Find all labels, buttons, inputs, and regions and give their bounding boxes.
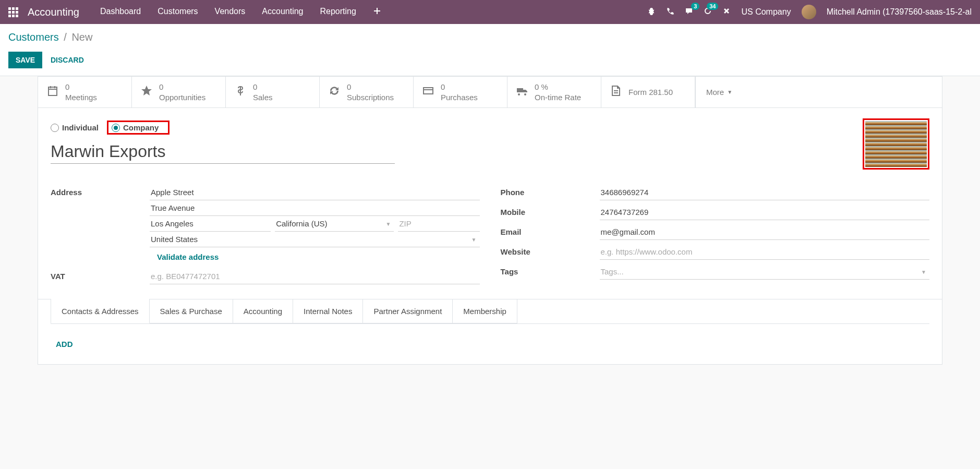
tab-accounting[interactable]: Accounting bbox=[233, 299, 293, 323]
breadcrumb-root[interactable]: Customers bbox=[8, 31, 59, 43]
user-menu[interactable]: Mitchell Admin (17397560-saas-15-2-al bbox=[827, 7, 972, 17]
tab-internal-notes[interactable]: Internal Notes bbox=[293, 299, 363, 323]
phone-input[interactable] bbox=[600, 185, 930, 200]
bug-icon[interactable] bbox=[647, 7, 656, 17]
breadcrumb-separator: / bbox=[64, 31, 67, 43]
name-input[interactable] bbox=[51, 140, 395, 164]
breadcrumb-current: New bbox=[71, 31, 92, 43]
nav-accounting[interactable]: Accounting bbox=[262, 7, 303, 17]
email-label: Email bbox=[501, 224, 600, 236]
refresh-icon bbox=[328, 85, 341, 100]
vat-label: VAT bbox=[51, 269, 150, 281]
company-selector[interactable]: US Company bbox=[741, 7, 791, 17]
city-input[interactable] bbox=[150, 216, 271, 232]
add-button[interactable]: ADD bbox=[56, 340, 73, 348]
stat-purchases[interactable]: 0Purchases bbox=[414, 77, 507, 107]
credit-card-icon bbox=[422, 85, 434, 100]
tags-input[interactable]: Tags... ▼ bbox=[600, 264, 930, 280]
document-icon bbox=[610, 85, 622, 100]
address-label: Address bbox=[51, 185, 150, 197]
tab-contacts-addresses[interactable]: Contacts & Addresses bbox=[51, 299, 150, 323]
caret-down-icon: ▼ bbox=[921, 269, 926, 274]
radio-company[interactable]: Company bbox=[112, 123, 159, 132]
stat-subscriptions[interactable]: 0Subscriptions bbox=[320, 77, 414, 107]
dollar-icon bbox=[234, 85, 247, 100]
stat-opportunities[interactable]: 0Opportunities bbox=[132, 77, 226, 107]
radio-circle-checked-icon bbox=[112, 124, 120, 132]
tab-nav: Contacts & Addresses Sales & Purchase Ac… bbox=[51, 299, 929, 324]
vat-input[interactable] bbox=[150, 269, 480, 284]
mobile-label: Mobile bbox=[501, 205, 600, 217]
tab-membership[interactable]: Membership bbox=[452, 299, 517, 323]
stat-form-281[interactable]: Form 281.50 bbox=[601, 77, 695, 107]
save-button[interactable]: SAVE bbox=[8, 52, 42, 68]
messaging-badge: 3 bbox=[691, 3, 699, 10]
stat-sales[interactable]: 0Sales bbox=[226, 77, 320, 107]
tab-partner-assignment[interactable]: Partner Assignment bbox=[362, 299, 453, 323]
breadcrumb: Customers / New bbox=[8, 31, 972, 43]
messaging-icon[interactable]: 3 bbox=[685, 7, 693, 17]
nav-dashboard[interactable]: Dashboard bbox=[100, 7, 141, 17]
caret-down-icon: ▼ bbox=[727, 89, 732, 95]
activity-icon[interactable]: 34 bbox=[704, 7, 712, 17]
nav-plus-icon[interactable] bbox=[373, 7, 381, 17]
nav-customers[interactable]: Customers bbox=[158, 7, 198, 17]
form-sheet: 0Meetings 0Opportunities 0Sales 0Subscri… bbox=[38, 76, 942, 365]
user-avatar[interactable] bbox=[802, 5, 816, 19]
phone-label: Phone bbox=[501, 185, 600, 197]
zip-input[interactable] bbox=[398, 216, 479, 232]
radio-individual[interactable]: Individual bbox=[51, 123, 99, 132]
stat-meetings[interactable]: 0Meetings bbox=[38, 77, 132, 107]
radio-circle-icon bbox=[51, 124, 59, 132]
mobile-input[interactable] bbox=[600, 205, 930, 220]
country-input[interactable] bbox=[150, 232, 480, 247]
stat-row: 0Meetings 0Opportunities 0Sales 0Subscri… bbox=[38, 77, 942, 108]
stat-ontime-rate[interactable]: 0 %On-time Rate bbox=[507, 77, 601, 107]
tags-label: Tags bbox=[501, 264, 600, 276]
star-icon bbox=[140, 85, 153, 100]
highlight-company-radio: Company bbox=[107, 121, 170, 135]
calendar-icon bbox=[46, 85, 59, 100]
company-image[interactable] bbox=[865, 121, 927, 167]
activity-badge: 34 bbox=[707, 3, 718, 10]
stat-more-dropdown[interactable]: More ▼ bbox=[695, 77, 743, 107]
state-input[interactable] bbox=[275, 216, 394, 232]
top-navbar: Accounting Dashboard Customers Vendors A… bbox=[0, 0, 980, 24]
validate-address-link[interactable]: Validate address bbox=[157, 252, 219, 261]
street-input[interactable] bbox=[150, 185, 480, 200]
website-input[interactable] bbox=[600, 244, 930, 260]
app-title[interactable]: Accounting bbox=[28, 6, 79, 18]
street2-input[interactable] bbox=[150, 200, 480, 216]
settings-icon[interactable] bbox=[722, 7, 731, 17]
nav-vendors[interactable]: Vendors bbox=[215, 7, 246, 17]
phone-icon[interactable] bbox=[666, 7, 674, 17]
email-input[interactable] bbox=[600, 224, 930, 240]
highlight-image-box bbox=[863, 118, 929, 170]
apps-icon[interactable] bbox=[8, 7, 18, 17]
discard-button[interactable]: DISCARD bbox=[51, 56, 84, 64]
truck-icon bbox=[516, 85, 528, 100]
tab-sales-purchase[interactable]: Sales & Purchase bbox=[149, 299, 233, 323]
nav-reporting[interactable]: Reporting bbox=[320, 7, 356, 17]
website-label: Website bbox=[501, 244, 600, 256]
